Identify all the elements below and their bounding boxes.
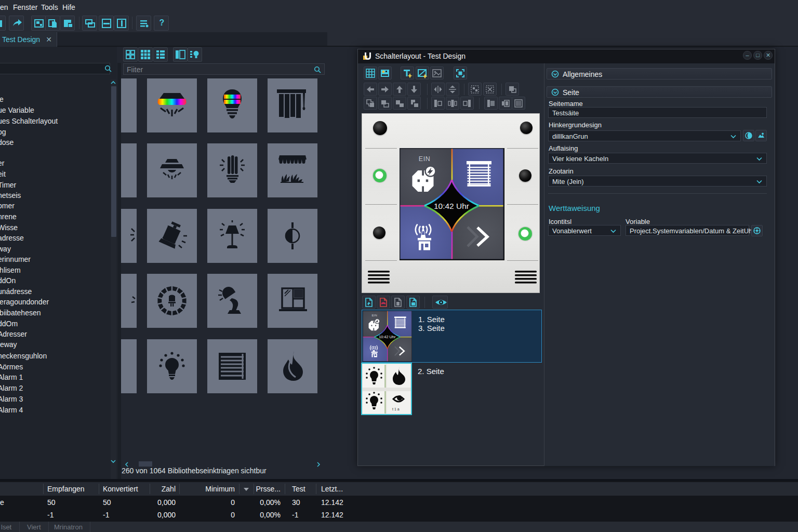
svg-text:EIN: EIN	[419, 155, 430, 163]
svg-text:t 1 a: t 1 a	[392, 407, 400, 411]
svg-text:10:42 Uhr: 10:42 Uhr	[434, 202, 469, 210]
